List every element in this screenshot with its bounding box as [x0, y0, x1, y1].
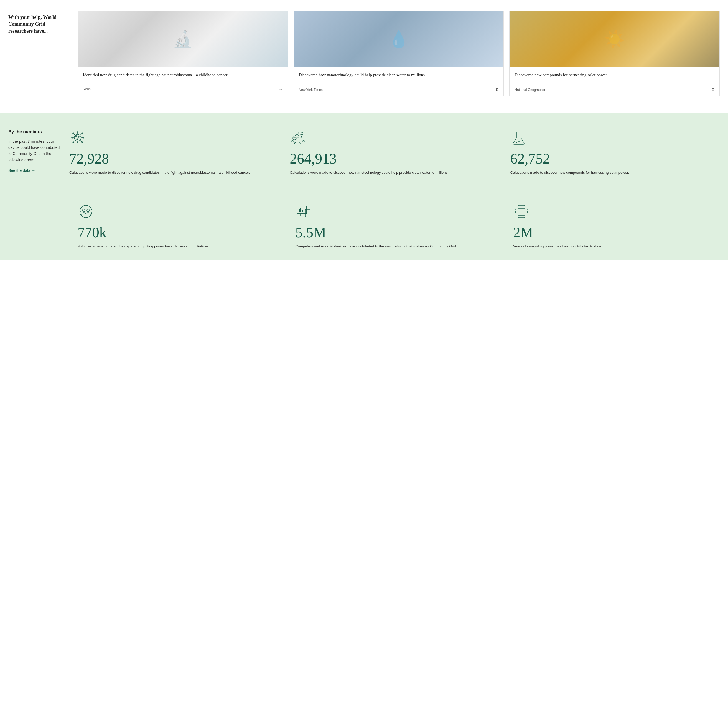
card-3-body: Discovered new compounds for harnessing … — [509, 67, 719, 96]
virus-icon — [69, 130, 86, 146]
card-3-source: National Geographic — [514, 88, 545, 92]
volunteers-icon — [78, 203, 94, 220]
svg-point-25 — [301, 136, 302, 138]
svg-point-9 — [72, 137, 73, 138]
numbers-intro: By the numbers In the past 7 minutes, yo… — [8, 130, 69, 176]
stat-neuroblastoma: 72,928 Calucations were made to discover… — [69, 130, 278, 176]
cards-row: Identified new drug candidates in the fi… — [78, 11, 720, 96]
pills-icon — [290, 130, 306, 146]
stats-grid-2: 770k Volunteers have donated their spare… — [78, 203, 720, 249]
card-solar[interactable]: Discovered new compounds for harnessing … — [509, 11, 720, 96]
svg-rect-45 — [518, 205, 525, 218]
svg-line-14 — [80, 140, 81, 142]
svg-point-33 — [80, 205, 92, 218]
external-link-icon-1[interactable]: ⧉ — [496, 88, 499, 92]
see-data-link[interactable]: See the data → — [8, 168, 35, 172]
card-3-image — [509, 11, 719, 67]
svg-point-5 — [77, 132, 78, 133]
card-2-body: Discovered how nanotechnology could help… — [294, 67, 504, 96]
stat-nanotechnology: 264,913 Calculations were made to discov… — [290, 130, 499, 176]
svg-point-52 — [527, 208, 528, 209]
svg-point-53 — [527, 211, 528, 212]
svg-line-12 — [74, 134, 75, 135]
svg-point-32 — [516, 142, 517, 143]
svg-point-7 — [77, 143, 78, 144]
svg-point-27 — [300, 142, 301, 143]
intro-heading: With your help, World Community Grid res… — [8, 14, 69, 35]
card-neuroblastoma[interactable]: Identified new drug candidates in the fi… — [78, 11, 288, 96]
stat-solar: 62,752 Calucations made to discover new … — [510, 130, 720, 176]
card-1-title: Identified new drug candidates in the fi… — [83, 72, 283, 78]
svg-point-51 — [515, 215, 516, 216]
stat-computers: 5.5M Computers and Android devices have … — [295, 203, 502, 249]
stat-6-number: 2M — [513, 225, 720, 240]
svg-rect-22 — [298, 132, 304, 135]
svg-point-35 — [87, 209, 90, 212]
svg-point-11 — [83, 137, 84, 138]
svg-rect-42 — [298, 209, 300, 212]
card-3-title: Discovered new compounds for harnessing … — [514, 72, 714, 79]
svg-point-24 — [295, 142, 296, 144]
svg-line-18 — [74, 140, 75, 142]
intro-text: With your help, World Community Grid res… — [8, 11, 69, 35]
server-icon — [513, 203, 530, 220]
card-1-footer: News → — [83, 83, 283, 92]
stat-2-desc: Calculations were made to discover how n… — [290, 170, 499, 176]
flask-icon — [510, 130, 527, 146]
svg-point-34 — [83, 209, 85, 212]
svg-point-2 — [78, 136, 79, 137]
card-2-title: Discovered how nanotechnology could help… — [299, 72, 499, 79]
numbers-heading: By the numbers — [8, 130, 61, 134]
computers-icon — [295, 203, 312, 220]
svg-point-15 — [81, 142, 83, 143]
svg-point-13 — [73, 133, 74, 134]
svg-point-50 — [515, 211, 516, 212]
svg-point-23 — [292, 140, 293, 142]
svg-point-49 — [515, 208, 516, 209]
stat-3-number: 62,752 — [510, 152, 720, 166]
second-stats-spacer — [8, 203, 78, 249]
stats-grid-1: 72,928 Calucations were made to discover… — [69, 130, 720, 176]
card-1-source: News — [83, 87, 91, 91]
svg-point-26 — [303, 140, 304, 142]
stat-3-desc: Calucations made to discover new compoun… — [510, 170, 720, 176]
card-nanotechnology[interactable]: Discovered how nanotechnology could help… — [294, 11, 504, 96]
second-stats-row: 770k Volunteers have donated their spare… — [8, 203, 720, 249]
top-section: With your help, World Community Grid res… — [0, 0, 728, 113]
card-1-body: Identified new drug candidates in the fi… — [78, 67, 288, 96]
card-2-source: New York Times — [299, 88, 323, 92]
stat-4-desc: Volunteers have donated their spare comp… — [78, 244, 284, 249]
section-divider — [8, 189, 720, 189]
svg-point-3 — [76, 139, 78, 140]
numbers-inner: By the numbers In the past 7 minutes, yo… — [8, 130, 720, 176]
external-link-icon-2[interactable]: ⧉ — [712, 88, 714, 92]
stat-years: 2M Years of computing power has been con… — [513, 203, 720, 249]
arrow-icon[interactable]: → — [278, 86, 283, 92]
svg-point-0 — [74, 134, 81, 141]
numbers-section: By the numbers In the past 7 minutes, yo… — [0, 113, 728, 260]
card-1-image — [78, 11, 288, 67]
svg-point-54 — [527, 215, 528, 216]
stat-4-number: 770k — [78, 225, 284, 240]
stat-5-desc: Computers and Android devices have contr… — [295, 244, 502, 249]
svg-rect-44 — [302, 210, 303, 212]
card-2-footer: New York Times ⧉ — [299, 84, 499, 92]
stat-1-number: 72,928 — [69, 152, 278, 166]
numbers-description: In the past 7 minutes, your device could… — [8, 138, 61, 163]
svg-point-17 — [81, 133, 83, 134]
stat-6-desc: Years of computing power has been contri… — [513, 244, 720, 249]
svg-point-1 — [75, 135, 77, 137]
stat-volunteers: 770k Volunteers have donated their spare… — [78, 203, 284, 249]
card-2-image — [294, 11, 504, 67]
card-3-footer: National Geographic ⧉ — [514, 84, 714, 92]
svg-rect-43 — [300, 208, 301, 212]
svg-line-16 — [80, 134, 81, 135]
svg-point-19 — [73, 142, 74, 143]
stat-1-desc: Calucations were made to discover new dr… — [69, 170, 278, 176]
stat-2-number: 264,913 — [290, 152, 499, 166]
stat-5-number: 5.5M — [295, 225, 502, 240]
